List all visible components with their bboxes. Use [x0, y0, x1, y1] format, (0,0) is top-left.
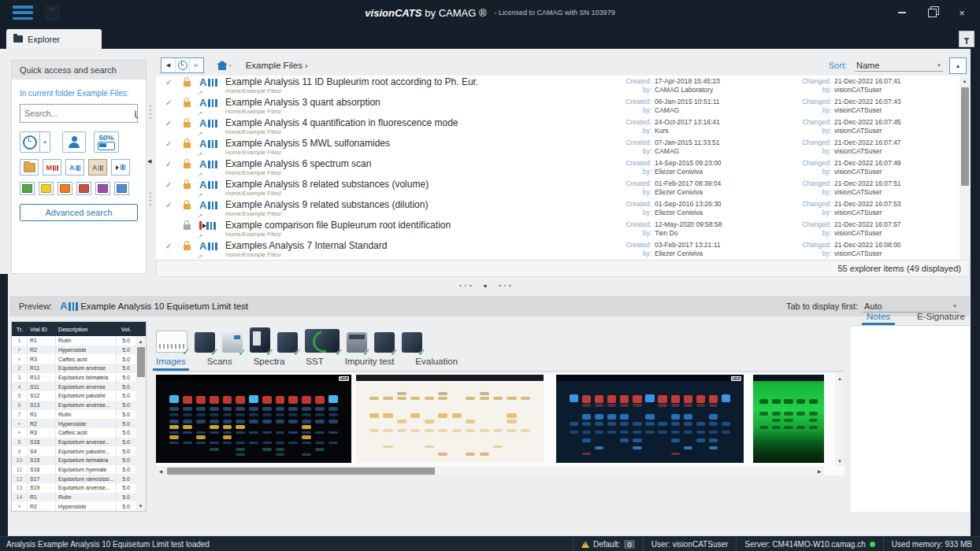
instrument-icon-development-tower[interactable]: ✓	[250, 327, 270, 353]
table-row[interactable]: +R2Hyperoside5.0	[12, 346, 146, 355]
table-row[interactable]: 13S19Equisetum arvense...5.0	[12, 483, 146, 493]
color-filter-button[interactable]	[95, 182, 110, 195]
explorer-item[interactable]: ✓A→Example Analysis 9 related substances…	[156, 198, 970, 219]
explorer-item[interactable]: ✓A→Examples Analysis 7 Internal Standard…	[156, 239, 970, 260]
search-input[interactable]	[20, 109, 135, 118]
table-row[interactable]: +R3Caffeic acid5.0	[12, 428, 146, 438]
color-filter-button[interactable]	[20, 182, 35, 195]
forward-button[interactable]: ▶	[189, 58, 203, 72]
table-row[interactable]: +R2Hyperoside5.0	[12, 419, 146, 428]
tab-spectra[interactable]: Spectra	[254, 357, 285, 371]
filter-methods-button[interactable]: M	[43, 159, 61, 176]
scrollbar-thumb[interactable]	[137, 347, 145, 377]
scrollbar-thumb[interactable]	[167, 468, 435, 475]
plate-image-white-light[interactable]	[356, 375, 544, 463]
table-row[interactable]: 11S16Equisetum hyemale5.0	[12, 465, 146, 475]
table-row[interactable]: 6S13Equisetum arvense...5.0	[12, 401, 146, 410]
explorer-item[interactable]: →Example comparison file Bupleurum root …	[156, 219, 970, 239]
collapse-down-icon[interactable]: ▼	[483, 283, 488, 289]
notes-content[interactable]	[851, 326, 970, 512]
restore-button[interactable]	[917, 0, 947, 25]
images-vertical-scrollbar[interactable]: ▲ ▼	[835, 373, 845, 466]
default-printer-group[interactable]: Default: 0	[573, 537, 643, 551]
navigation-history-button[interactable]	[175, 58, 189, 72]
close-button[interactable]: ×	[947, 0, 977, 25]
plate-image-366nm[interactable]: HDR	[556, 375, 744, 463]
table-row[interactable]: +R3Caffeic acid5.0	[12, 354, 146, 364]
explorer-item[interactable]: ✓A→Example Analysis 6 spectrum scanHome/…	[156, 157, 970, 178]
scroll-right-icon[interactable]: ▶	[815, 466, 824, 475]
breadcrumb[interactable]: Example Files ›	[246, 61, 308, 70]
filter-folders-button[interactable]	[20, 159, 39, 176]
instrument-icon-documentation[interactable]: ✓	[402, 332, 422, 353]
tab-scans[interactable]: Scans	[207, 357, 232, 371]
filter-analyses-button[interactable]: A	[65, 159, 84, 176]
home-button[interactable]: ›	[218, 61, 232, 70]
images-horizontal-scrollbar[interactable]: ◀ ▶	[156, 466, 824, 475]
sort-direction-button[interactable]: ▲	[949, 57, 967, 74]
table-row[interactable]: 5S12Equisetum palustre5.0	[12, 391, 146, 401]
table-row[interactable]: 14R1Rutin5.0	[12, 493, 146, 502]
minimize-button[interactable]	[887, 0, 917, 25]
sample-table-scrollbar[interactable]: ▲ ▼	[135, 336, 146, 511]
explorer-item[interactable]: ✓A→Example Analysis 11 ID Bupleurim root…	[156, 76, 970, 96]
horizontal-splitter[interactable]: ▼	[0, 279, 971, 292]
table-row[interactable]: 2R11Equisetum arvense5.0	[12, 364, 146, 373]
side-tab-notes[interactable]: Notes	[867, 312, 890, 325]
vertical-splitter[interactable]: ◀	[147, 60, 156, 274]
table-row[interactable]: 8S18Equisetum arvense...5.0	[12, 438, 146, 447]
tab-sst[interactable]: SST	[306, 357, 323, 371]
plate-image-366nm-derivatized[interactable]: HDR	[156, 375, 351, 463]
table-row[interactable]: 10S15Equisetum telmateia5.0	[12, 456, 146, 465]
color-filter-button[interactable]	[39, 182, 54, 195]
scroll-up-icon[interactable]: ▲	[135, 336, 146, 346]
color-filter-button[interactable]	[58, 182, 72, 195]
scroll-up-icon[interactable]: ▲	[835, 373, 845, 383]
table-row[interactable]: 12S17Equisetum ramosissi...5.0	[12, 474, 146, 483]
explorer-item[interactable]: ✓A→Example Analysis 8 related substances…	[156, 178, 970, 198]
table-row[interactable]: +R2Hyperoside5.0	[12, 501, 146, 511]
scroll-left-icon[interactable]: ◀	[156, 466, 165, 475]
back-button[interactable]: ◀	[161, 58, 175, 72]
history-dropdown-button[interactable]: ▼	[40, 131, 50, 153]
tab-explorer[interactable]: Explorer	[6, 29, 102, 49]
side-tab-e-signature[interactable]: E-Signature	[917, 312, 965, 325]
table-row[interactable]: 7R1Rutin5.0	[12, 410, 146, 420]
tab-evaluation[interactable]: Evaluation	[415, 357, 458, 371]
instrument-icon-visualizer[interactable]: ✓	[305, 329, 340, 353]
explorer-item[interactable]: ✓A→Example Analysis 3 quant absorptionHo…	[156, 96, 970, 116]
instrument-icon-immersion-device[interactable]: ✓	[347, 332, 367, 353]
explorer-scrollbar[interactable]: ▲	[960, 76, 970, 260]
user-group[interactable]: User: visionCATSuser	[643, 537, 737, 551]
tab-impurity-test[interactable]: Impurity test	[345, 357, 395, 371]
table-row[interactable]: 9S4Equisetum palustre...5.0	[12, 446, 146, 456]
instrument-icon-scanner[interactable]: ✓	[374, 332, 395, 353]
zoom-toggle-button[interactable]: 50%	[94, 131, 119, 153]
table-row[interactable]: 4S11Equisetum arvense5.0	[12, 382, 146, 391]
history-button[interactable]	[20, 131, 40, 153]
table-row[interactable]: 3R12Equisetum telmateia5.0	[12, 373, 146, 383]
server-group[interactable]: Server: CM414MO-W10.camag.ch	[736, 537, 882, 551]
instrument-icon-plate-layout[interactable]: ✓	[156, 331, 187, 353]
collapse-left-icon[interactable]: ◀	[147, 158, 151, 165]
color-filter-button[interactable]	[114, 182, 129, 195]
my-files-button[interactable]	[62, 131, 86, 153]
filter-comparisons-button[interactable]	[111, 159, 130, 176]
scrollbar-thumb[interactable]	[961, 87, 969, 186]
scroll-down-icon[interactable]: ▼	[835, 456, 845, 466]
table-row[interactable]: 1R1Rutin5.0	[12, 336, 146, 346]
plate-image-254nm[interactable]	[753, 375, 824, 463]
instrument-icon-derivatizer[interactable]: ✓	[277, 332, 298, 353]
advanced-search-button[interactable]: Advanced search	[20, 204, 138, 221]
scroll-down-icon[interactable]: ▼	[135, 501, 146, 511]
filter-archived-button[interactable]: A	[88, 159, 107, 176]
color-filter-button[interactable]	[76, 182, 91, 195]
tab-images[interactable]: Images	[156, 357, 186, 371]
explorer-item[interactable]: ✓A→Example Analysis 5 MWL sulfonamidesHo…	[156, 137, 970, 157]
explorer-item[interactable]: ✓A→Example Analysis 4 quantification in …	[156, 116, 970, 137]
tab-filter-button[interactable]	[959, 31, 974, 47]
instrument-icon-sample-application[interactable]: ✓	[195, 332, 215, 353]
sort-select[interactable]: Name▼	[855, 60, 943, 72]
scroll-up-icon[interactable]: ▲	[960, 76, 970, 86]
instrument-icon-plate-heater[interactable]: ✓	[222, 332, 243, 353]
